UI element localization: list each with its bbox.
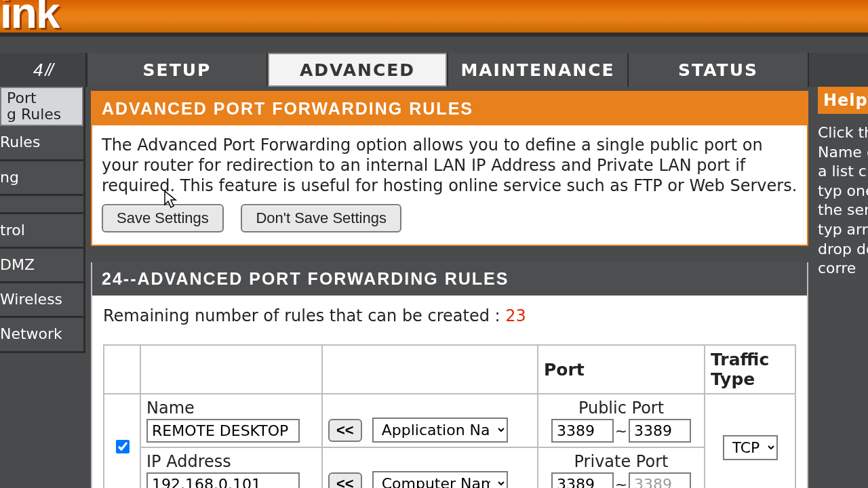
sidebar-item-dmz[interactable]: DMZ — [0, 249, 83, 283]
enable-checkbox[interactable] — [116, 440, 130, 453]
brand-stripe — [0, 37, 868, 53]
ip-label: IP Address — [146, 452, 316, 471]
model-stub: 4 // — [0, 53, 87, 87]
nav-row: 4 // SETUP ADVANCED MAINTENANCE STATUS — [0, 53, 868, 87]
help-title: Helpful H — [818, 87, 868, 114]
sidebar-item-trol[interactable]: trol — [0, 214, 83, 249]
tab-advanced[interactable]: ADVANCED — [268, 53, 448, 87]
sidebar-item-ng[interactable]: ng — [0, 161, 83, 196]
copy-app-button[interactable]: << — [328, 419, 362, 442]
tab-maintenance[interactable]: MAINTENANCE — [448, 53, 629, 87]
panel-body: The Advanced Port Forwarding option allo… — [92, 125, 807, 245]
sidebar-item-wireless[interactable]: Wireless — [0, 283, 83, 318]
sidebar-item-rules[interactable]: Rules — [0, 126, 83, 161]
traffic-type-select[interactable]: TCP — [723, 435, 778, 460]
sidebar: Port g Rules Rules ng trol DMZ Wireless … — [0, 87, 85, 353]
dont-save-button[interactable]: Don't Save Settings — [241, 204, 401, 232]
rules-title: 24--ADVANCED PORT FORWARDING RULES — [92, 262, 807, 296]
private-port-from[interactable] — [551, 472, 614, 488]
save-button[interactable]: Save Settings — [102, 204, 224, 232]
sidebar-item-network[interactable]: Network — [0, 318, 83, 352]
sidebar-item-blank[interactable] — [0, 196, 83, 214]
col-copy — [322, 345, 538, 394]
ip-input[interactable] — [146, 472, 300, 488]
computer-select[interactable]: Computer Name — [372, 471, 508, 488]
brand-logo: ink — [0, 0, 58, 38]
sidebar-item-port-forwarding[interactable]: Port g Rules — [0, 87, 83, 126]
panel-title: ADVANCED PORT FORWARDING RULES — [92, 92, 807, 125]
table-row: Name << Application Name Public Port ~ — [104, 394, 795, 447]
public-port-label: Public Port — [544, 399, 698, 418]
private-port-label: Private Port — [544, 452, 698, 471]
table-row: IP Address << Computer Name Private Port… — [104, 447, 795, 488]
name-label: Name — [146, 399, 316, 418]
content-col: ADVANCED PORT FORWARDING RULES The Advan… — [85, 87, 812, 488]
application-select[interactable]: Application Name — [372, 418, 508, 443]
help-body: Click the A Name dr for a list c server … — [818, 123, 868, 279]
rules-table: Port Traffic Type Name << Appl — [103, 344, 796, 488]
public-port-to[interactable] — [629, 419, 691, 443]
name-input[interactable] — [146, 419, 300, 443]
rules-box: 24--ADVANCED PORT FORWARDING RULES Remai… — [91, 262, 808, 488]
private-port-to[interactable] — [629, 472, 691, 488]
col-port: Port — [538, 345, 705, 394]
tab-setup[interactable]: SETUP — [87, 53, 268, 87]
intro-panel: ADVANCED PORT FORWARDING RULES The Advan… — [91, 91, 808, 246]
panel-description: The Advanced Port Forwarding option allo… — [102, 135, 797, 196]
public-port-from[interactable] — [551, 419, 614, 443]
copy-comp-button[interactable]: << — [328, 472, 362, 488]
remaining-rules: Remaining number of rules that can be cr… — [92, 296, 807, 344]
col-name — [140, 345, 322, 394]
brand-bar: ink — [0, 0, 868, 37]
remaining-count: 23 — [505, 306, 526, 325]
col-checkbox — [104, 345, 140, 394]
col-traffic: Traffic Type — [705, 345, 795, 394]
help-col: Helpful H Click the A Name dr for a list… — [812, 87, 868, 279]
tab-status[interactable]: STATUS — [629, 53, 809, 87]
remaining-label: Remaining number of rules that can be cr… — [103, 306, 505, 325]
nav-right-spacer — [809, 53, 868, 87]
